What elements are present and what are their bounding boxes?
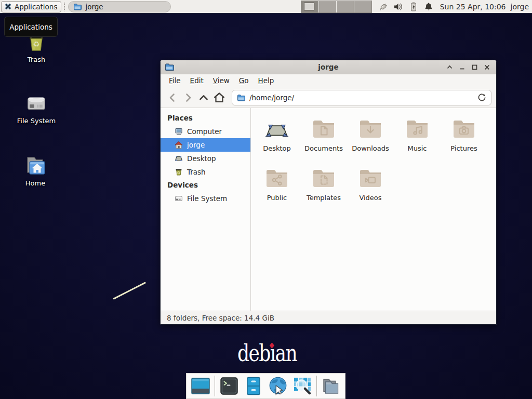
sidebar-devices-header: Devices xyxy=(161,179,250,192)
file-item-label: Music xyxy=(394,144,440,152)
folder-icon xyxy=(73,3,82,11)
file-item-templates[interactable]: Templates xyxy=(301,166,347,216)
music-folder-icon xyxy=(394,117,440,142)
desktop-folder-icon xyxy=(254,117,300,142)
file-item-videos[interactable]: Videos xyxy=(348,166,393,216)
menu-edit[interactable]: Edit xyxy=(185,74,208,87)
menu-help[interactable]: Help xyxy=(254,74,279,87)
xfce-applications-icon xyxy=(4,3,12,10)
panel-clock[interactable]: Sun 25 Apr, 10:06 xyxy=(440,3,506,11)
desktop-icon-file-system[interactable]: File System xyxy=(14,91,59,125)
toolbar: /home/jorge/ xyxy=(161,87,496,108)
terminal-icon[interactable] xyxy=(219,376,240,396)
file-item-desktop[interactable]: Desktop xyxy=(254,117,300,166)
menu-view[interactable]: View xyxy=(208,74,234,87)
home-button[interactable] xyxy=(212,90,227,105)
workspace-window-thumb xyxy=(304,3,314,10)
file-cabinet-icon[interactable] xyxy=(243,376,264,396)
svg-text:♻: ♻ xyxy=(33,40,40,48)
file-item-label: Videos xyxy=(348,194,393,202)
file-item-documents[interactable]: Documents xyxy=(301,117,347,166)
file-manager-body: Places Computer xyxy=(161,108,496,311)
shade-button[interactable] xyxy=(446,63,454,71)
battery-icon[interactable] xyxy=(408,2,419,12)
volume-icon[interactable] xyxy=(393,2,404,12)
file-item-label: Documents xyxy=(301,144,347,152)
desktop-icon xyxy=(175,154,183,163)
file-item-public[interactable]: Public xyxy=(254,166,300,216)
debian-logo-text: debıan xyxy=(237,340,297,366)
file-item-pictures[interactable]: Pictures xyxy=(441,117,487,166)
workspace-4[interactable] xyxy=(354,1,371,12)
file-grid: Desktop xyxy=(254,117,496,216)
applications-tooltip: Applications xyxy=(4,17,58,37)
workspace-1[interactable] xyxy=(301,1,318,12)
file-item-label: Templates xyxy=(301,194,347,202)
notifications-bell-icon[interactable] xyxy=(423,2,434,12)
file-view: Desktop xyxy=(251,108,496,311)
sidebar-item-label: Trash xyxy=(187,168,206,176)
titlebar[interactable]: jorge xyxy=(161,60,496,74)
file-item-downloads[interactable]: Downloads xyxy=(348,117,393,166)
network-icon[interactable] xyxy=(378,2,389,12)
system-tray xyxy=(378,2,434,12)
reload-icon[interactable] xyxy=(477,93,486,102)
dock-separator xyxy=(215,376,215,396)
close-button[interactable] xyxy=(483,63,491,71)
maximize-button[interactable] xyxy=(471,63,478,71)
sidebar-item-trash[interactable]: Trash xyxy=(161,165,250,179)
sidebar-item-label: Computer xyxy=(187,127,222,136)
top-panel: Applications jorge xyxy=(0,0,532,14)
applications-menu-label: Applications xyxy=(15,3,57,11)
sidebar: Places Computer xyxy=(161,108,251,311)
file-item-music[interactable]: Music xyxy=(394,117,440,166)
hard-drive-icon xyxy=(14,91,59,115)
up-button[interactable] xyxy=(196,90,211,105)
downloads-folder-icon xyxy=(348,117,393,142)
file-item-label: Desktop xyxy=(254,144,300,152)
sidebar-item-label: Desktop xyxy=(187,154,216,163)
applications-tooltip-text: Applications xyxy=(9,23,52,31)
path-folder-icon xyxy=(237,94,245,102)
workspace-3[interactable] xyxy=(337,1,354,12)
file-manager-folder-icon[interactable] xyxy=(321,376,341,396)
back-button[interactable] xyxy=(165,90,180,105)
sidebar-item-desktop[interactable]: Desktop xyxy=(161,152,250,165)
dock-separator xyxy=(316,376,317,396)
taskbar-window-label: jorge xyxy=(85,3,103,11)
menu-go[interactable]: Go xyxy=(234,74,254,87)
trash-icon xyxy=(175,168,183,176)
sidebar-item-label: jorge xyxy=(187,141,205,149)
sidebar-places-header: Places xyxy=(161,112,250,125)
user-menu[interactable]: jorge xyxy=(511,3,529,11)
window-controls xyxy=(446,60,491,74)
file-item-label: Public xyxy=(254,194,300,202)
statusbar-text: 8 folders, Free space: 14.4 GiB xyxy=(167,314,274,322)
desktop-icon-label: Home xyxy=(13,179,58,187)
taskbar-window-button[interactable]: jorge xyxy=(68,1,171,12)
web-browser-icon[interactable] xyxy=(268,376,288,396)
show-desktop-icon[interactable] xyxy=(190,376,211,396)
templates-folder-icon xyxy=(301,166,347,191)
sidebar-item-label: File System xyxy=(187,194,227,203)
app-finder-icon[interactable] xyxy=(292,376,313,396)
sidebar-item-computer[interactable]: Computer xyxy=(161,125,250,138)
videos-folder-icon xyxy=(348,166,393,191)
workspace-switcher xyxy=(301,1,372,13)
minimize-button[interactable] xyxy=(458,63,466,71)
desktop-icon-label: Trash xyxy=(14,56,59,63)
panel-grip[interactable] xyxy=(62,2,66,11)
home-folder-icon xyxy=(13,154,58,178)
path-field[interactable]: /home/jorge/ xyxy=(232,90,491,105)
path-text: /home/jorge/ xyxy=(249,94,294,102)
applications-menu-button[interactable]: Applications xyxy=(1,1,61,12)
menu-file[interactable]: File xyxy=(164,74,185,87)
desktop-icon-home[interactable]: Home xyxy=(13,154,58,187)
menubar: File Edit View Go Help xyxy=(161,74,496,87)
file-item-label: Downloads xyxy=(348,144,393,152)
workspace-2[interactable] xyxy=(319,1,336,12)
sidebar-item-file-system[interactable]: File System xyxy=(161,192,250,205)
sidebar-item-jorge[interactable]: jorge xyxy=(161,138,250,152)
forward-button[interactable] xyxy=(181,90,195,105)
computer-icon xyxy=(175,127,183,136)
